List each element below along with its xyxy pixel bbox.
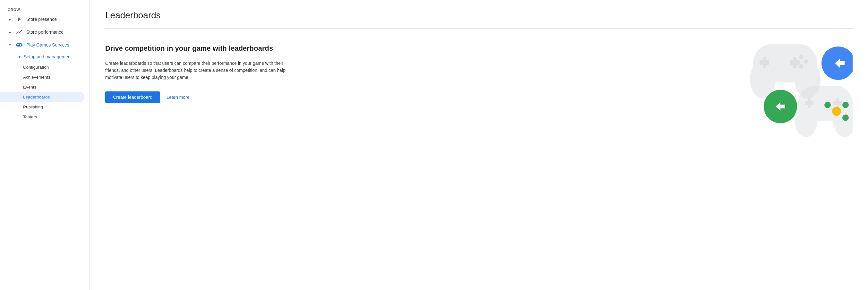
- main-content: Leaderboards Drive competition in your g…: [90, 0, 868, 290]
- action-buttons: Create leaderboard Learn more: [105, 91, 298, 103]
- sidebar-item-label: Play Games Services: [26, 42, 69, 47]
- svg-point-30: [842, 115, 849, 121]
- svg-point-28: [832, 107, 841, 116]
- create-leaderboard-button[interactable]: Create leaderboard: [105, 91, 160, 103]
- sidebar-subsubitem-label: Events: [23, 85, 36, 90]
- leaderboards-illustration: [744, 37, 852, 140]
- sidebar-item-setup-management[interactable]: ▼ Setup and management: [0, 51, 84, 62]
- chevron-down-icon: ▼: [8, 43, 12, 47]
- svg-point-6: [20, 45, 21, 45]
- sidebar-item-testers[interactable]: Testers: [0, 112, 84, 122]
- svg-point-31: [825, 102, 831, 108]
- svg-point-5: [21, 44, 22, 45]
- sidebar-item-publishing[interactable]: Publishing: [0, 102, 84, 112]
- sidebar: Grow ▶ Store presence ▶ Store performanc…: [0, 0, 90, 290]
- chevron-right-icon: ▶: [8, 30, 12, 34]
- svg-point-17: [799, 64, 804, 69]
- svg-rect-25: [805, 101, 813, 105]
- sidebar-subsubitem-label: Publishing: [23, 104, 43, 109]
- sidebar-item-achievements[interactable]: Achievements: [0, 72, 84, 82]
- svg-point-4: [20, 44, 21, 44]
- gamepad-icon: [16, 42, 23, 48]
- svg-point-29: [842, 102, 849, 108]
- svg-point-16: [804, 59, 808, 64]
- svg-rect-12: [760, 60, 769, 65]
- play-icon: [16, 16, 23, 23]
- chevron-down-small-icon: ▼: [18, 55, 21, 59]
- chart-icon: [16, 29, 23, 35]
- chevron-right-icon: ▶: [8, 18, 12, 21]
- sidebar-subitem-label: Setup and management: [24, 54, 71, 59]
- learn-more-link[interactable]: Learn more: [166, 95, 190, 100]
- sidebar-item-store-performance[interactable]: ▶ Store performance: [0, 26, 84, 38]
- divider: [105, 28, 852, 29]
- content-heading: Drive competition in your game with lead…: [105, 44, 298, 53]
- content-description: Create leaderboards so that users can co…: [105, 60, 298, 81]
- sidebar-subsubitem-label: Configuration: [23, 65, 49, 70]
- content-area: Drive competition in your game with lead…: [105, 44, 852, 140]
- sidebar-subsubitem-label: Achievements: [23, 75, 50, 79]
- svg-point-22: [795, 102, 818, 137]
- sidebar-item-play-games-services[interactable]: ▼ Play Games Services: [0, 38, 84, 51]
- svg-rect-27: [833, 101, 842, 105]
- svg-marker-0: [18, 17, 21, 22]
- sidebar-item-label: Store presence: [26, 17, 57, 22]
- svg-rect-3: [18, 44, 18, 45]
- sidebar-item-store-presence[interactable]: ▶ Store presence: [0, 13, 84, 26]
- sidebar-item-configuration[interactable]: Configuration: [0, 62, 84, 72]
- svg-point-18: [794, 59, 799, 64]
- sidebar-section-label: Grow: [0, 5, 90, 13]
- content-text-block: Drive competition in your game with lead…: [105, 44, 298, 103]
- page-title: Leaderboards: [105, 10, 852, 21]
- sidebar-item-label: Store performance: [26, 30, 63, 35]
- sidebar-subsubitem-label: Testers: [23, 115, 37, 119]
- svg-point-7: [19, 44, 20, 45]
- sidebar-item-events[interactable]: Events: [0, 82, 84, 92]
- svg-point-15: [799, 55, 804, 59]
- sidebar-item-leaderboards[interactable]: Leaderboards: [0, 92, 84, 102]
- sidebar-subsubitem-label: Leaderboards: [23, 95, 50, 99]
